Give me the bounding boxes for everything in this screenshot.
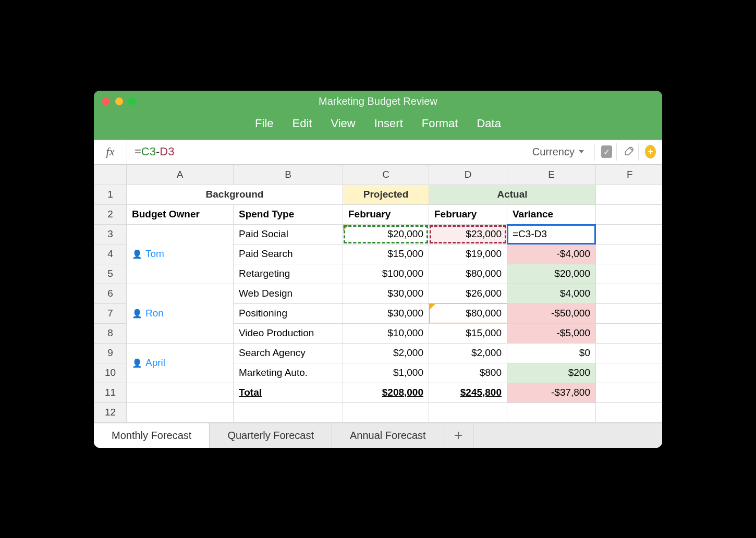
cell-e3-active[interactable]: =C3-D3 (507, 224, 596, 244)
cell-c9[interactable]: $2,000 (343, 343, 429, 363)
owner-link-tom[interactable]: 👤 Tom (132, 248, 228, 260)
cell-f9[interactable] (596, 343, 663, 363)
row-header-5[interactable]: 5 (94, 264, 127, 284)
row-header-10[interactable]: 10 (94, 363, 127, 383)
fx-icon[interactable]: fx (94, 140, 127, 164)
cell-feb-act[interactable]: February (429, 204, 507, 224)
cell-b6[interactable]: Web Design (234, 284, 343, 303)
cell-d4[interactable]: $19,000 (429, 244, 507, 264)
tab-annual[interactable]: Annual Forecast (332, 423, 444, 448)
col-header-e[interactable]: E (507, 165, 596, 185)
col-header-a[interactable]: A (127, 165, 234, 185)
cell-b3[interactable]: Paid Social (234, 224, 343, 244)
cell-f12[interactable] (596, 402, 663, 422)
confirm-button[interactable]: ✓ (594, 143, 612, 161)
cell-c10[interactable]: $1,000 (343, 363, 429, 383)
menu-format[interactable]: Format (422, 117, 458, 130)
cell-d3[interactable]: $23,000 (429, 224, 507, 244)
cell-b5[interactable]: Retargeting (234, 264, 343, 284)
cell-d10[interactable]: $800 (429, 363, 507, 383)
cell-spend-type[interactable]: Spend Type (234, 204, 343, 224)
row-header-9[interactable]: 9 (94, 343, 127, 363)
cell-e4[interactable]: -$4,000 (507, 244, 596, 264)
corner-cell[interactable] (94, 165, 127, 185)
formula-input[interactable]: =C3-D3 (127, 145, 526, 158)
cell-d5[interactable]: $80,000 (429, 264, 507, 284)
cell-f6[interactable] (596, 284, 663, 303)
cell-b9[interactable]: Search Agency (234, 343, 343, 363)
cell-f5[interactable] (596, 264, 663, 284)
cell-c8[interactable]: $10,000 (343, 323, 429, 343)
cell-b4[interactable]: Paid Search (234, 244, 343, 264)
cell-f3[interactable] (596, 224, 663, 244)
row-header-8[interactable]: 8 (94, 323, 127, 343)
cell-c6[interactable]: $30,000 (343, 284, 429, 303)
cell-total-act[interactable]: $245,800 (429, 383, 507, 402)
add-sheet-button[interactable]: + (444, 423, 473, 448)
cell-b10[interactable]: Marketing Auto. (234, 363, 343, 383)
menu-view[interactable]: View (331, 117, 355, 130)
cell-e8[interactable]: -$5,000 (507, 323, 596, 343)
col-header-f[interactable]: F (596, 165, 663, 185)
row-header-4[interactable]: 4 (94, 244, 127, 264)
cell-total-proj[interactable]: $208,000 (343, 383, 429, 402)
cell-variance[interactable]: Variance (507, 204, 596, 224)
cell-f11[interactable] (596, 383, 663, 402)
cell-e6[interactable]: $4,000 (507, 284, 596, 303)
cell-owner-tom[interactable]: 👤 Tom (127, 224, 234, 284)
cell-e7[interactable]: -$50,000 (507, 303, 596, 323)
zoom-button[interactable] (128, 97, 136, 105)
row-header-2[interactable]: 2 (94, 204, 127, 224)
format-painter-button[interactable] (616, 143, 634, 161)
row-header-1[interactable]: 1 (94, 185, 127, 204)
cell-feb-proj[interactable]: February (343, 204, 429, 224)
col-header-c[interactable]: C (343, 165, 429, 185)
cell-background-header[interactable]: Background (127, 185, 343, 204)
cell-e10[interactable]: $200 (507, 363, 596, 383)
cell-owner-ron[interactable]: 👤 Ron (127, 284, 234, 343)
cell-f2[interactable] (596, 204, 663, 224)
menu-insert[interactable]: Insert (374, 117, 403, 130)
cell-b12[interactable] (234, 402, 343, 422)
cell-total-var[interactable]: -$37,800 (507, 383, 596, 402)
cell-f10[interactable] (596, 363, 663, 383)
menu-file[interactable]: File (255, 117, 273, 130)
cell-total-label[interactable]: Total (234, 383, 343, 402)
cell-d8[interactable]: $15,000 (429, 323, 507, 343)
minimize-button[interactable] (115, 97, 123, 105)
cell-d12[interactable] (429, 402, 507, 422)
cell-c4[interactable]: $15,000 (343, 244, 429, 264)
row-header-12[interactable]: 12 (94, 402, 127, 422)
row-header-6[interactable]: 6 (94, 284, 127, 303)
cell-f1[interactable] (596, 185, 663, 204)
cell-c5[interactable]: $100,000 (343, 264, 429, 284)
owner-link-ron[interactable]: 👤 Ron (132, 308, 228, 319)
close-button[interactable] (102, 97, 110, 105)
cell-f7[interactable] (596, 303, 663, 323)
cell-e12[interactable] (507, 402, 596, 422)
cell-f4[interactable] (596, 244, 663, 264)
col-header-b[interactable]: B (234, 165, 343, 185)
row-header-7[interactable]: 7 (94, 303, 127, 323)
menu-data[interactable]: Data (477, 117, 501, 130)
cell-d7[interactable]: $80,000 (429, 303, 507, 323)
cell-f8[interactable] (596, 323, 663, 343)
cell-d9[interactable]: $2,000 (429, 343, 507, 363)
add-comment-button[interactable] (638, 143, 656, 161)
cell-b7[interactable]: Positioning (234, 303, 343, 323)
tab-monthly[interactable]: Monthly Forecast (94, 423, 210, 448)
cell-a12[interactable] (127, 402, 234, 422)
cell-actual-header[interactable]: Actual (429, 185, 596, 204)
cell-owner-april[interactable]: 👤 April (127, 343, 234, 383)
row-header-11[interactable]: 11 (94, 383, 127, 402)
cell-c7[interactable]: $30,000 (343, 303, 429, 323)
cell-e5[interactable]: $20,000 (507, 264, 596, 284)
cell-a11[interactable] (127, 383, 234, 402)
cell-budget-owner[interactable]: Budget Owner (127, 204, 234, 224)
tab-quarterly[interactable]: Quarterly Forecast (210, 423, 332, 448)
cell-c3[interactable]: $20,000 (343, 224, 429, 244)
cell-c12[interactable] (343, 402, 429, 422)
owner-link-april[interactable]: 👤 April (132, 357, 228, 369)
cell-b8[interactable]: Video Production (234, 323, 343, 343)
number-format-select[interactable]: Currency (526, 146, 590, 158)
